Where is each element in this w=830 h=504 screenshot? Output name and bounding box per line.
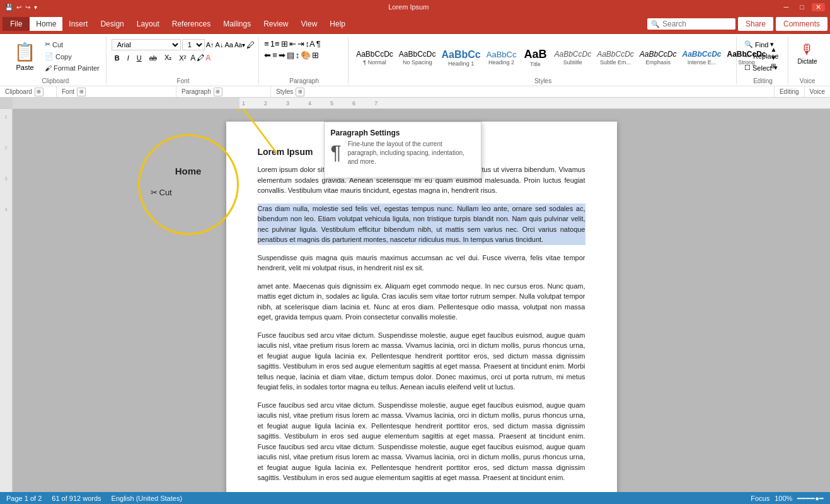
numbered-list-icon[interactable]: 1≡	[270, 39, 280, 49]
text-highlight-color-icon[interactable]: 🖍	[197, 54, 204, 62]
align-center-icon[interactable]: ≡	[272, 50, 277, 60]
ruler-tick-1: 1	[242, 100, 245, 106]
font-label-cell[interactable]: Font ⊞	[57, 86, 176, 97]
menu-mailings[interactable]: Mailings	[217, 17, 257, 31]
style-emphasis[interactable]: AaBbCcDc Emphasis	[637, 48, 679, 67]
paragraph-label-cell[interactable]: Paragraph ⊞	[176, 86, 271, 97]
close-button[interactable]: ✕	[812, 3, 825, 11]
format-painter-button[interactable]: 🖌 Format Painter	[42, 63, 102, 73]
style-title[interactable]: AaB Title	[519, 46, 551, 70]
zoom-slider[interactable]: ━━━━●━	[797, 495, 824, 503]
shading-icon[interactable]: 🎨	[301, 50, 311, 60]
find-button[interactable]: 🔍 Find ▾	[742, 39, 776, 50]
sort-icon[interactable]: ↕A	[306, 39, 315, 49]
highlight-icon[interactable]: 🖊	[246, 40, 255, 50]
font-family-select[interactable]: Arial	[112, 39, 181, 50]
replace-button[interactable]: ↔ Replace	[742, 51, 781, 61]
font-shrink-icon[interactable]: A↓	[216, 41, 224, 49]
menu-view[interactable]: View	[295, 17, 324, 31]
style-subtle-em[interactable]: AaBbCcDc Subtle Em...	[594, 48, 637, 67]
paragraph-3[interactable]: Suspendisse quis magna quis mauris maxim…	[258, 253, 585, 273]
paste-button[interactable]: 📋 Paste	[9, 39, 41, 74]
editing-label-cell[interactable]: Editing	[775, 86, 805, 97]
increase-indent-icon[interactable]: ⇥	[297, 39, 304, 49]
text-effects-icon[interactable]: A	[190, 54, 195, 62]
voice-label-cell[interactable]: Voice	[805, 86, 830, 97]
paragraph-4[interactable]: amet ante. Maecenas quis dignissim ex. A…	[258, 281, 585, 323]
style-heading2[interactable]: AaBbCc Heading 2	[484, 48, 519, 68]
search-input[interactable]	[662, 20, 725, 28]
dictate-button[interactable]: 🎙 Dictate	[793, 39, 821, 67]
styles-label-cell[interactable]: Styles ⊞	[271, 86, 775, 97]
minimize-button[interactable]: ─	[780, 3, 793, 11]
borders-icon[interactable]: ⊞	[312, 50, 319, 60]
font-size-select[interactable]: 12	[182, 39, 205, 50]
sidebar-marker-3: 3	[4, 176, 7, 181]
style-intense[interactable]: AaBbCcDc Intense E...	[680, 48, 724, 67]
document-page[interactable]: Home ✂ Cut Paragraph S	[226, 122, 617, 492]
clipboard-expand-icon[interactable]: ⊞	[35, 88, 43, 96]
maximize-button[interactable]: □	[796, 3, 808, 11]
paragraph-expand-icon[interactable]: ⊞	[214, 88, 222, 96]
show-marks-icon[interactable]: ¶	[316, 39, 321, 49]
paragraph-content: ≡ 1≡ ⊞ ⇤ ⇥ ↕A ¶ ⬅ ≡ ➡ ▤ ↕ 🎨 ⊞	[264, 37, 321, 76]
window-controls-left[interactable]: 💾 ↩ ↪ ▾	[5, 4, 37, 11]
share-button[interactable]: Share	[738, 17, 773, 31]
italic-button[interactable]: I	[124, 53, 132, 63]
font-expand-icon[interactable]: ⊞	[77, 88, 86, 96]
menu-help[interactable]: Help	[323, 17, 352, 31]
focus-button[interactable]: Focus	[751, 495, 769, 502]
subscript-button[interactable]: X₂	[161, 52, 175, 63]
styles-label: Styles	[354, 77, 732, 84]
quick-access-more[interactable]: ▾	[34, 4, 37, 11]
status-right: Focus 100% ━━━━●━	[751, 495, 824, 503]
line-spacing-icon[interactable]: ↕	[296, 50, 300, 60]
paragraph-5[interactable]: Fusce faucibus sed arcu vitae dictum. Su…	[258, 330, 585, 392]
window-controls-right[interactable]: ─ □ ✕	[780, 3, 825, 11]
paragraph-2[interactable]: Cras diam nulla, molestie sed felis vel,…	[258, 203, 585, 245]
font-grow-icon[interactable]: A↑	[206, 41, 214, 49]
style-normal[interactable]: AaBbCcDc ¶ Normal	[354, 48, 396, 67]
menu-insert[interactable]: Insert	[62, 17, 94, 31]
font-content: Arial 12 A↑ A↓ Aa Aa▾ 🖊 B I U ab X₂	[112, 37, 255, 76]
menu-design[interactable]: Design	[94, 17, 130, 31]
style-subtitle-preview: AaBbCcDc	[554, 50, 591, 59]
strikethrough-button[interactable]: ab	[146, 53, 160, 63]
styles-expand-icon[interactable]: ⊞	[296, 88, 304, 96]
underline-button[interactable]: U	[134, 53, 145, 63]
multilevel-list-icon[interactable]: ⊞	[281, 39, 288, 49]
style-heading1[interactable]: AaBbCc Heading 1	[439, 47, 483, 69]
clipboard-label-cell[interactable]: Clipboard ⊞	[0, 86, 57, 97]
search-box[interactable]: 🔍	[647, 18, 735, 30]
microphone-icon: 🎙	[800, 42, 814, 58]
paragraph-6[interactable]: Fusce faucibus sed arcu vitae dictum. Su…	[258, 400, 585, 483]
decrease-indent-icon[interactable]: ⇤	[289, 39, 296, 49]
change-case-icon[interactable]: Aa▾	[234, 42, 245, 49]
ribbon-group-clipboard: 📋 Paste ✂ Cut 📄 Copy 🖌 Format Painter	[5, 37, 107, 84]
select-button[interactable]: ☐ Select ▾	[742, 62, 780, 73]
menu-home[interactable]: Home	[30, 17, 62, 31]
align-left-icon[interactable]: ⬅	[264, 50, 271, 60]
bullet-list-icon[interactable]: ≡	[264, 39, 269, 49]
justify-icon[interactable]: ▤	[287, 50, 294, 60]
copy-button[interactable]: 📄 Copy	[42, 51, 102, 62]
menu-review[interactable]: Review	[257, 17, 294, 31]
menu-layout[interactable]: Layout	[130, 17, 166, 31]
superscript-button[interactable]: X²	[176, 53, 189, 63]
style-no-spacing[interactable]: AaBbCcDc No Spacing	[396, 48, 439, 67]
bold-button[interactable]: B	[112, 53, 123, 63]
quick-access-undo[interactable]: ↩	[16, 4, 21, 11]
menu-file[interactable]: File	[3, 17, 30, 31]
menu-references[interactable]: References	[166, 17, 217, 31]
comments-button[interactable]: Comments	[776, 17, 827, 31]
font-color-icon[interactable]: A	[205, 54, 210, 62]
quick-access-redo[interactable]: ↪	[25, 4, 30, 11]
style-intense-preview: AaBbCcDc	[683, 50, 722, 59]
clear-format-icon[interactable]: Aa	[224, 41, 233, 49]
replace-icon: ↔	[744, 52, 751, 60]
editing-content: 🔍 Find ▾ ↔ Replace ☐ Select ▾	[742, 37, 781, 76]
style-subtitle[interactable]: AaBbCcDc Subtitle	[551, 48, 594, 67]
quick-access-save[interactable]: 💾	[5, 4, 13, 11]
align-right-icon[interactable]: ➡	[279, 50, 285, 60]
cut-button[interactable]: ✂ Cut	[42, 39, 102, 50]
